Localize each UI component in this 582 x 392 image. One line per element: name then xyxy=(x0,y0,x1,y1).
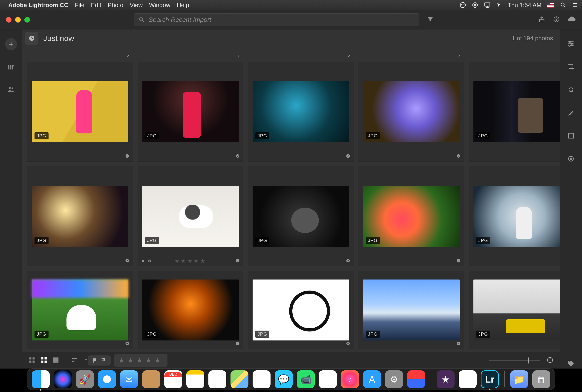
photo-thumbnail[interactable]: JPG xyxy=(252,81,349,142)
dock-maps[interactable] xyxy=(230,370,248,388)
window-close-button[interactable] xyxy=(6,17,12,22)
photo-thumbnail[interactable]: JPG xyxy=(474,186,560,247)
photo-grid-cell[interactable]: JPG★★★★★ xyxy=(138,166,244,266)
flag-reject-icon[interactable] xyxy=(101,358,106,363)
dock-appstore[interactable]: A xyxy=(363,370,381,388)
dock-safari[interactable] xyxy=(98,370,116,388)
info-icon[interactable] xyxy=(546,356,554,364)
dock-launchpad[interactable]: 🚀 xyxy=(76,370,94,388)
photo-grid-cell[interactable]: JPG xyxy=(469,166,560,266)
photo-grid-cell[interactable]: JPG xyxy=(27,271,133,349)
view-photogrid-icon[interactable] xyxy=(28,356,36,364)
radial-gradient-icon[interactable] xyxy=(566,154,576,164)
dock-facetime[interactable]: 📹 xyxy=(297,370,315,388)
menu-photo[interactable]: Photo xyxy=(108,2,123,9)
photo-thumbnail[interactable]: JPG xyxy=(474,81,560,142)
photo-thumbnail[interactable]: JPG xyxy=(142,186,239,247)
dock-photos[interactable]: ✿ xyxy=(252,370,270,388)
photo-grid-cell[interactable]: JPG xyxy=(469,62,560,162)
menubar-clock[interactable]: Thu 1:54 AM xyxy=(508,2,542,9)
dock-finder[interactable] xyxy=(32,370,50,388)
dock-1password[interactable]: ① xyxy=(459,370,477,388)
photo-thumbnail[interactable]: JPG xyxy=(474,280,560,340)
photo-grid-cell[interactable]: JPG xyxy=(248,271,354,349)
photo-thumbnail[interactable]: JPG xyxy=(252,186,349,247)
status-circle-icon[interactable] xyxy=(472,2,478,8)
dock-lightroom[interactable]: Lr xyxy=(481,370,499,388)
photo-grid-cell[interactable]: JPG xyxy=(358,271,464,349)
dock-documents-folder[interactable]: 📁 xyxy=(510,370,528,388)
photo-thumbnail[interactable]: JPG xyxy=(252,280,349,340)
dock-reminders[interactable] xyxy=(208,370,226,388)
menu-edit[interactable]: Edit xyxy=(91,2,101,9)
sharing-button[interactable] xyxy=(6,84,16,94)
status-cursor-icon[interactable] xyxy=(496,2,502,8)
dock-notes[interactable] xyxy=(186,370,204,388)
window-minimize-button[interactable] xyxy=(15,17,21,22)
dock-messages[interactable]: 💬 xyxy=(275,370,292,388)
app-name[interactable]: Adobe Lightroom CC xyxy=(8,2,68,9)
input-source-flag[interactable] xyxy=(547,2,554,8)
notification-center-icon[interactable] xyxy=(572,2,578,8)
dock-magnet[interactable] xyxy=(407,370,425,388)
add-photos-button[interactable] xyxy=(5,38,17,50)
spotlight-icon[interactable] xyxy=(560,2,566,8)
photo-thumbnail[interactable]: JPG xyxy=(363,186,460,247)
recent-import-icon[interactable] xyxy=(25,32,38,45)
filter-icon[interactable] xyxy=(427,16,434,24)
flag-pick-icon[interactable] xyxy=(92,358,98,363)
photo-grid-cell[interactable]: JPG xyxy=(248,62,354,162)
photo-grid-cell[interactable]: JPG xyxy=(138,271,244,349)
photo-grid-cell[interactable]: JPG xyxy=(138,62,244,162)
healing-brush-icon[interactable] xyxy=(566,85,576,95)
window-fullscreen-button[interactable] xyxy=(24,17,30,22)
view-squaregrid-icon[interactable] xyxy=(40,356,48,364)
airplay-icon[interactable] xyxy=(484,2,491,8)
dock-siri[interactable] xyxy=(54,370,72,388)
thumbnail-size-slider[interactable] xyxy=(489,360,540,361)
rating-stars-control[interactable]: ★★★★★ xyxy=(114,354,168,367)
view-detail-icon[interactable] xyxy=(52,356,59,364)
crop-icon[interactable] xyxy=(566,62,576,72)
photo-thumbnail[interactable]: JPG xyxy=(32,81,128,142)
photo-grid-cell[interactable]: JPG xyxy=(358,166,464,266)
dock-contacts[interactable] xyxy=(142,370,160,388)
photo-thumbnail[interactable]: JPG xyxy=(32,186,128,247)
dock-imovie[interactable]: ★ xyxy=(436,370,454,388)
brush-icon[interactable] xyxy=(566,108,576,118)
photo-thumbnail[interactable]: JPG xyxy=(363,280,460,340)
menu-view[interactable]: View xyxy=(130,2,142,9)
dock-calendar[interactable]: DEC13 xyxy=(164,370,182,388)
sort-icon[interactable] xyxy=(70,356,78,364)
my-photos-button[interactable] xyxy=(6,62,16,72)
keywords-tag-icon[interactable] xyxy=(566,358,576,368)
menu-file[interactable]: File xyxy=(75,2,84,9)
photo-grid-scroll[interactable]: ✔ ✔ ✔ ✔ ✔ JPGJPGJPGJPGJPGJPGJPG★★★★★JPGJ… xyxy=(22,47,560,352)
flag-controls[interactable] xyxy=(88,356,111,366)
photo-grid-cell[interactable]: JPG xyxy=(27,62,133,162)
photo-thumbnail[interactable]: JPG xyxy=(32,280,128,340)
menu-window[interactable]: Window xyxy=(149,2,170,9)
dock-system-preferences[interactable]: ⚙ xyxy=(385,370,403,388)
sort-dropdown-icon[interactable] xyxy=(84,358,88,363)
creative-cloud-icon[interactable] xyxy=(460,2,466,8)
linear-gradient-icon[interactable] xyxy=(566,131,576,141)
dock-news[interactable]: N xyxy=(319,370,337,388)
dock-itunes[interactable]: ♪ xyxy=(341,370,359,388)
edit-sliders-icon[interactable] xyxy=(566,39,576,49)
photo-grid-cell[interactable]: JPG xyxy=(469,271,560,349)
cloud-sync-icon[interactable] xyxy=(568,15,576,24)
cell-rating-stars[interactable]: ★★★★★ xyxy=(174,258,206,264)
menu-help[interactable]: Help xyxy=(177,2,189,9)
help-icon[interactable] xyxy=(553,16,560,24)
dock-mail[interactable]: ✉ xyxy=(120,370,138,388)
photo-grid-cell[interactable]: JPG xyxy=(358,62,464,162)
dock-trash[interactable]: 🗑 xyxy=(532,370,550,388)
search-field[interactable]: Search Recent Import xyxy=(134,13,419,26)
share-icon[interactable] xyxy=(538,16,545,24)
photo-grid-cell[interactable]: JPG xyxy=(27,166,133,266)
photo-thumbnail[interactable]: JPG xyxy=(142,81,239,142)
photo-thumbnail[interactable]: JPG xyxy=(142,280,239,340)
photo-thumbnail[interactable]: JPG xyxy=(363,81,460,142)
photo-grid-cell[interactable]: JPG xyxy=(248,166,354,266)
